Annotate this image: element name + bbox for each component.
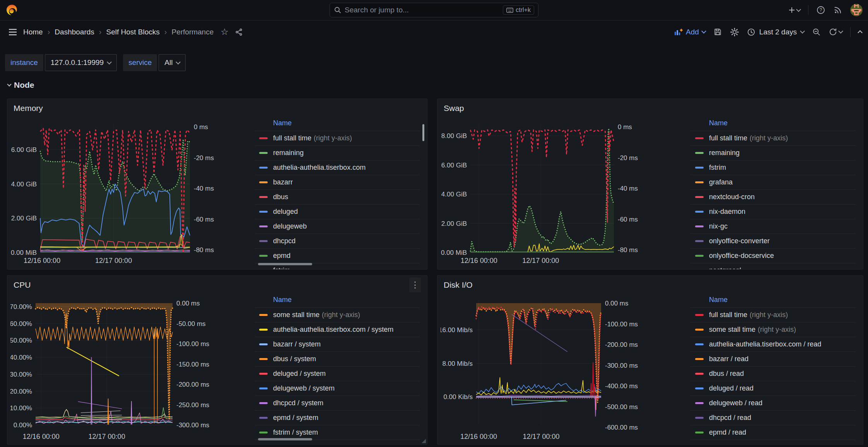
dashboard-settings-button[interactable] [730, 27, 739, 37]
search-input[interactable]: Search or jump to... ctrl+k [330, 3, 538, 17]
user-avatar[interactable] [850, 4, 863, 16]
panel-header[interactable]: Memory [7, 99, 427, 118]
legend-item[interactable]: full stall time(right y-axis) [255, 131, 420, 145]
grafana-logo-icon[interactable] [5, 4, 17, 16]
save-dashboard-button[interactable] [713, 27, 722, 36]
panel-header[interactable]: Swap [437, 99, 863, 118]
chevron-down-icon [176, 60, 181, 65]
legend-item[interactable]: some stall time(right y-axis) [255, 307, 420, 322]
svg-text:2.00 GiB: 2.00 GiB [441, 220, 467, 227]
legend-item[interactable]: remaining [690, 145, 856, 160]
refresh-button[interactable] [829, 27, 842, 36]
legend-label: nextcloud-cron [709, 193, 755, 201]
legend-item[interactable]: delugeweb [255, 219, 420, 234]
legend-label: epmd / system [273, 414, 318, 422]
legend-horizontal-scrollbar[interactable] [258, 263, 312, 265]
legend-item[interactable]: nix-gc [690, 219, 856, 234]
legend-swatch [695, 387, 704, 389]
legend-item[interactable]: fstrim [690, 160, 856, 175]
favorite-star-icon[interactable]: ☆ [220, 27, 229, 36]
legend-item[interactable]: dbus / system [255, 351, 420, 366]
menu-toggle-button[interactable] [9, 29, 17, 36]
legend-item[interactable]: some stall time(right y-axis) [690, 322, 856, 337]
legend-item[interactable]: onlyoffice-docservice [690, 248, 856, 263]
panel-header[interactable]: Disk I/O [437, 276, 863, 294]
legend-item[interactable]: grafana [690, 175, 856, 189]
legend-item[interactable]: bazarr [255, 175, 420, 189]
legend-label: delugeweb [273, 222, 307, 230]
svg-text:-20 ms: -20 ms [194, 154, 214, 162]
legend-item[interactable]: postgresql [690, 263, 856, 270]
zoom-out-time-button[interactable] [812, 27, 821, 36]
legend-item[interactable]: remaining [255, 145, 420, 160]
legend-item[interactable]: deluged / read [690, 381, 856, 396]
legend-item[interactable]: epmd / system [255, 410, 420, 425]
legend-item[interactable]: full stall time(right y-axis) [690, 131, 856, 145]
legend-item[interactable]: fstrim / system [255, 425, 420, 440]
add-panel-button[interactable]: Add [674, 28, 706, 36]
series-purple-spike-1 [91, 357, 92, 425]
disk-io-legend: Namefull stall time(right y-axis)some st… [690, 296, 861, 445]
news-button[interactable] [833, 5, 842, 15]
legend-item[interactable]: nix-daemon [690, 204, 856, 219]
breadcrumb-separator: › [164, 27, 167, 36]
panel-header[interactable]: CPU ⋮ [7, 276, 427, 294]
legend-item[interactable]: nextcloud-cron [690, 189, 856, 204]
time-range-picker[interactable]: Last 2 days [747, 28, 804, 36]
legend-item[interactable]: delugeweb / read [690, 396, 856, 410]
legend-horizontal-scrollbar[interactable] [258, 438, 312, 440]
breadcrumb-dashboards[interactable]: Dashboards [55, 28, 94, 36]
variable-service-select[interactable]: All [159, 54, 186, 71]
legend-item[interactable]: authelia-authelia.tiserbox.com / system [255, 322, 420, 337]
legend-item[interactable]: onlyoffice-converter [690, 234, 856, 248]
help-button[interactable]: ? [816, 5, 825, 15]
collapse-toolbar-button[interactable] [858, 29, 862, 34]
share-button[interactable] [235, 28, 243, 36]
disk-io-chart[interactable]: 0.00 Kib/s8.00 Mib/s16.00 Mib/s0.00 ms-1… [441, 294, 690, 442]
series-yellow-diag [67, 347, 119, 376]
variable-service-label[interactable]: service [123, 54, 157, 71]
memory-chart[interactable]: 0.00 MiB2.00 GiB4.00 GiB6.00 GiB0 ms-20 … [10, 118, 255, 267]
legend-vertical-scrollbar[interactable] [422, 124, 424, 141]
legend-item[interactable]: deluged / system [255, 366, 420, 381]
legend-item[interactable]: authelia-authelia.tiserbox.com [255, 160, 420, 175]
svg-text:2.00 GiB: 2.00 GiB [11, 215, 37, 222]
series-cpu-main-band [36, 314, 173, 423]
svg-text:-600.00 ms: -600.00 ms [605, 424, 638, 431]
swap-chart[interactable]: 0.00 MiB2.00 GiB4.00 GiB6.00 GiB8.00 GiB… [441, 118, 690, 267]
legend-item[interactable]: epmd / read [690, 425, 856, 440]
legend-item[interactable]: dbus / read [690, 366, 856, 381]
legend-item[interactable]: bazarr / read [690, 351, 856, 366]
variable-instance-select[interactable]: 127.0.0.1:19999 [45, 54, 117, 71]
legend-item[interactable]: fstrim / read [690, 440, 856, 445]
svg-text:-80 ms: -80 ms [194, 246, 214, 254]
clock-icon [747, 28, 755, 36]
legend-item[interactable]: dhcpcd / system [255, 396, 420, 410]
svg-text:-200.00 ms: -200.00 ms [605, 341, 638, 348]
series-yellow-noisy [476, 377, 601, 395]
panel-menu-button[interactable]: ⋮ [409, 278, 421, 292]
svg-text:-250.00 ms: -250.00 ms [176, 401, 209, 409]
variable-instance-label[interactable]: instance [5, 54, 43, 71]
memory-legend: Namefull stall time(right y-axis)remaini… [255, 119, 425, 270]
divider [808, 5, 808, 15]
new-button[interactable] [788, 7, 800, 14]
legend-label: deluged / read [709, 384, 754, 392]
svg-text:-60 ms: -60 ms [618, 216, 638, 223]
row-node-toggle[interactable]: Node [8, 80, 34, 90]
cpu-chart[interactable]: 0.00%10.00%20.00%30.00%40.00%50.00%60.00… [10, 294, 255, 442]
legend-item[interactable]: dhcpcd [255, 234, 420, 248]
legend-item[interactable]: dhcpcd / read [690, 410, 856, 425]
kebab-icon: ⋮ [411, 280, 419, 290]
legend-item[interactable]: deluged [255, 204, 420, 219]
legend-item[interactable]: dbus [255, 189, 420, 204]
panel-resize-handle[interactable] [422, 439, 426, 443]
legend-item[interactable]: bazarr / system [255, 337, 420, 351]
legend-item[interactable]: full stall time(right y-axis) [690, 307, 856, 322]
breadcrumb-home[interactable]: Home [23, 28, 43, 36]
legend-item[interactable]: delugeweb / system [255, 381, 420, 396]
breadcrumb-folder[interactable]: Self Host Blocks [106, 28, 159, 36]
legend-item[interactable]: authelia-authelia.tiserbox.com / read [690, 337, 856, 351]
legend-item[interactable]: epmd [255, 248, 420, 263]
legend-label: onlyoffice-docservice [709, 252, 774, 260]
